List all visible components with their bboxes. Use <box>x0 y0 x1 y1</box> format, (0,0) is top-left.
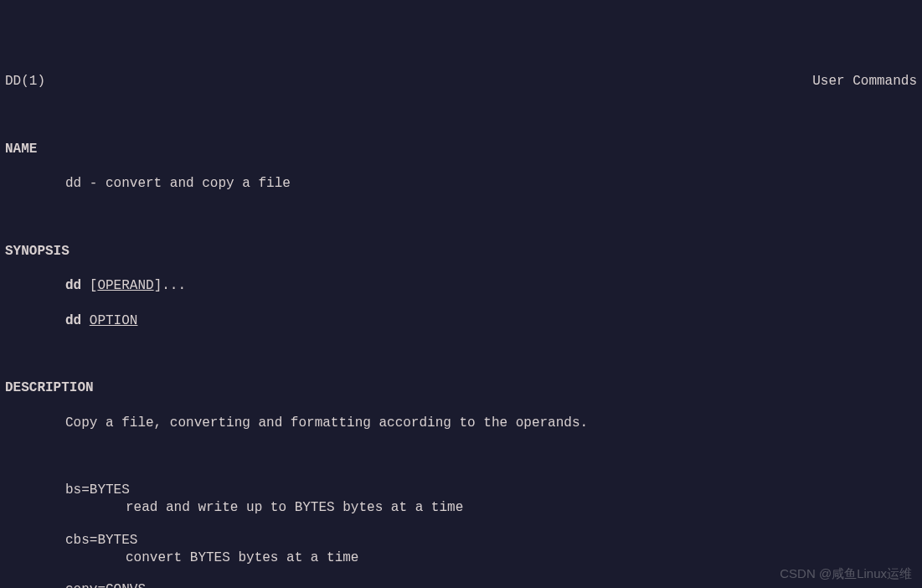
manpage-header: DD(1) User Commands <box>5 73 917 90</box>
option-key: conv=CONVS <box>5 581 917 588</box>
section-heading-description: DESCRIPTION <box>5 379 917 397</box>
section-heading-name: NAME <box>5 141 917 158</box>
option-block: cbs=BYTESconvert BYTES bytes at a time <box>5 532 917 567</box>
description-intro: Copy a file, converting and formatting a… <box>5 415 917 432</box>
synopsis-arg-1: OPERAND <box>97 278 153 293</box>
name-text: dd - convert and copy a file <box>5 175 917 193</box>
synopsis-line-2: dd OPTION <box>5 312 917 330</box>
option-key: bs=BYTES <box>5 482 917 499</box>
manpage-header-left: DD(1) <box>5 73 45 90</box>
synopsis-arg-2: OPTION <box>90 313 138 328</box>
section-heading-synopsis: SYNOPSIS <box>5 243 917 260</box>
manpage-header-right: User Commands <box>812 73 917 90</box>
synopsis-line-1: dd [OPERAND]... <box>5 277 917 295</box>
watermark: CSDN @咸鱼Linux运维 <box>780 565 912 582</box>
option-desc: convert BYTES bytes at a time <box>5 549 917 567</box>
synopsis-prefix-1: [ <box>81 278 97 293</box>
synopsis-cmd-2: dd <box>65 313 81 328</box>
option-key: cbs=BYTES <box>5 532 917 549</box>
option-block: bs=BYTESread and write up to BYTES bytes… <box>5 482 917 517</box>
synopsis-suffix-1: ]... <box>154 278 186 293</box>
option-desc: read and write up to BYTES bytes at a ti… <box>5 499 917 517</box>
synopsis-cmd-1: dd <box>65 278 81 293</box>
option-block: conv=CONVSconvert the file as per the co… <box>5 581 917 588</box>
